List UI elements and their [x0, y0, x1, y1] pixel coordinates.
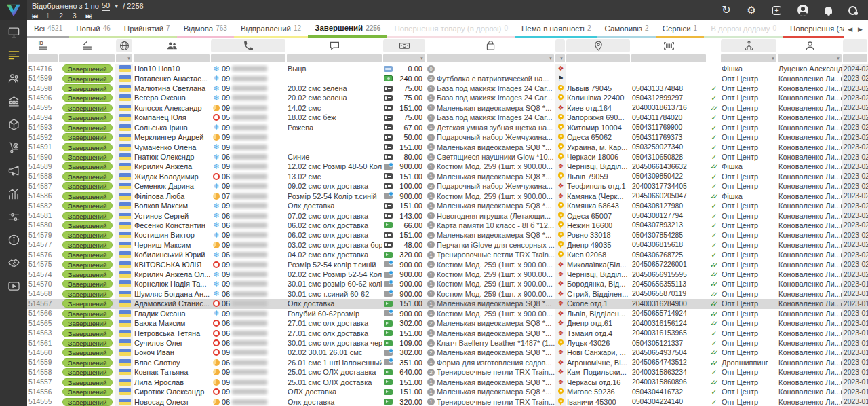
order-row[interactable]: 514590ЗавершенийГнатюк Олексндр❄06Синие8… [27, 152, 868, 162]
order-row[interactable]: 514593ЗавершенийСольська Ірина❄09Рожева6… [27, 123, 868, 132]
column-header-country[interactable] [115, 38, 133, 54]
column-header-status[interactable] [58, 38, 115, 54]
order-row[interactable]: 514589ЗавершенийКирилич Анжела❄0912.02 с… [27, 162, 868, 171]
order-row[interactable]: 514599ЗавершенийПотапенко Анастас...❄092… [27, 73, 868, 83]
column-header-comment[interactable] [286, 38, 382, 54]
order-row[interactable]: 514568ЗавершенийШумляс Богдана Ан...❄063… [27, 289, 868, 299]
sidebar-item-video[interactable] [0, 274, 27, 297]
filter-input[interactable] [28, 54, 58, 62]
order-row[interactable]: 514557ЗавершенийЛила Ярослав0925.01 смс … [27, 377, 868, 387]
column-header-tracking[interactable] [631, 38, 707, 54]
order-row[interactable]: 514580ЗавершенийФесенко Константин❄0606.… [27, 221, 868, 230]
sidebar-item-orders[interactable] [0, 43, 27, 67]
order-row[interactable]: 514598ЗавершенийМалютина Светлана❄0920.0… [27, 84, 868, 93]
last-page-icon[interactable]: ▶▶| [85, 12, 90, 20]
column-header-address[interactable] [566, 38, 631, 54]
order-row[interactable]: 514595ЗавершенийКолосок Александр0914.02… [27, 103, 868, 113]
order-row[interactable]: 514566ЗавершенийГладик Оксана❄09Голубий … [27, 309, 868, 318]
tab-8[interactable]: Нема в наявності2 [515, 20, 597, 38]
filter-input[interactable] [631, 54, 706, 62]
order-row[interactable]: 514555ЗавершенийНовосад Олеся06Олх доста… [27, 396, 868, 406]
order-row[interactable]: 514570ЗавершенийКорнелюк Надія Та...❄093… [27, 279, 868, 289]
order-row[interactable]: 514586ЗавершенийФіліпова Люба07Розмір 52… [27, 191, 868, 200]
per-page-select[interactable]: 50 [102, 1, 110, 11]
order-row[interactable]: 514575ЗавершенийКВІТОВСЬКА ЮЛІЯ09Розмір … [27, 259, 868, 269]
sidebar-item-settings[interactable] [0, 205, 27, 228]
bell-icon[interactable] [825, 7, 832, 14]
tab-scroll-left-icon[interactable]: ◀ [848, 26, 852, 33]
tab-4[interactable]: Відмова763 [177, 20, 234, 38]
order-row[interactable]: 514579ЗавершенийКостишин Виктор❄0906.02 … [27, 230, 868, 240]
column-header-id[interactable]: ID [27, 38, 58, 54]
order-row[interactable]: 514559ЗавершенийВлас Слотюу0626.01 смс 1… [27, 358, 868, 367]
order-row[interactable]: 514587ЗавершенийСеменюк Дарина❄0909.02 с… [27, 181, 868, 191]
page-3[interactable]: 3 [73, 12, 77, 20]
sidebar-item-dashboard[interactable] [0, 20, 27, 43]
order-row[interactable]: 514577ЗавершенийЧерниш Максим0903.02 смс… [27, 240, 868, 250]
order-row[interactable]: 514592ЗавершенийМерклингер Андрей0950.00… [27, 132, 868, 142]
sidebar-item-products[interactable] [0, 113, 27, 136]
filter-input[interactable]: ▼ [778, 54, 842, 62]
tab-10[interactable]: Сервіси1 [656, 20, 705, 38]
tab-9[interactable]: Самовивіз2 [597, 20, 655, 38]
sidebar-item-marketing[interactable] [0, 159, 27, 182]
chevron-down-icon[interactable]: ▼ [114, 2, 119, 11]
column-header-payment[interactable] [382, 38, 426, 54]
tab-6[interactable]: Завершений2256 [308, 20, 387, 38]
sidebar-item-info[interactable] [0, 228, 27, 251]
order-row[interactable]: 514582ЗавершенийВолков Максим❄09Олх дост… [27, 201, 868, 210]
order-row[interactable]: 514556ЗавершенийСиротюк Олександр09ОЛХ д… [27, 387, 868, 396]
filter-dropdown-icon[interactable]: ▼ [771, 56, 776, 60]
filter-input[interactable]: ▼ [721, 54, 776, 62]
sidebar-item-company[interactable] [0, 90, 27, 113]
filter-dropdown-icon[interactable]: ▼ [836, 56, 842, 60]
page-2[interactable]: 2 [59, 12, 63, 20]
user-avatar-icon[interactable] [797, 5, 808, 16]
order-row[interactable]: 514560ЗавершенийБокоч Иван0902.02 30.01 … [27, 348, 868, 357]
tab-5[interactable]: Відправлений12 [234, 20, 308, 38]
filter-input[interactable]: ▼ [555, 54, 565, 62]
tab-7[interactable]: Повернення товару (в дорозі)0 [387, 20, 515, 38]
support-icon[interactable] [848, 6, 857, 15]
sidebar-item-purchases[interactable] [0, 136, 27, 159]
order-row[interactable]: 514591ЗавершенийЧумаченко Олена❄09151.00… [27, 142, 868, 151]
filter-dropdown-icon[interactable]: ▼ [127, 56, 132, 60]
order-row[interactable]: 514574ЗавершенийКирилич Анжела Ол...❄090… [27, 270, 868, 279]
tab-3[interactable]: Прийнятий7 [117, 20, 177, 38]
filter-input[interactable] [843, 54, 867, 62]
filter-input[interactable] [566, 54, 630, 62]
column-header-funnel[interactable] [720, 38, 777, 54]
sidebar-item-statistics[interactable] [0, 182, 27, 205]
order-row[interactable]: 514561ЗавершенийСучилов Олег0630.01 смс … [27, 338, 868, 348]
tab-scroll-right-icon[interactable]: ▶ [858, 26, 863, 33]
column-header-product[interactable] [426, 38, 555, 54]
sidebar-item-clients[interactable] [0, 67, 27, 90]
tab-1[interactable]: Всі4521 [27, 20, 69, 38]
column-header-manager[interactable] [777, 38, 842, 54]
filter-input[interactable] [134, 54, 210, 62]
order-row[interactable]: 514594ЗавершенийКомпанец Юля0518.02 смс … [27, 113, 868, 122]
filter-dropdown-icon[interactable]: ▼ [549, 56, 554, 60]
app-logo-icon[interactable] [0, 0, 27, 20]
order-row[interactable]: 514563ЗавершенийПетровська Тетяна0627.01… [27, 328, 868, 337]
order-row[interactable]: 514558ЗавершенийКовпак Татьяна0925.01 см… [27, 367, 868, 377]
page-1[interactable]: 1 [46, 12, 50, 20]
gear-icon[interactable]: ⚙ [747, 4, 756, 16]
column-header-client[interactable] [133, 38, 210, 54]
order-row[interactable]: 514565ЗавершенийБаюка Максим0627.01 смс … [27, 318, 868, 328]
filter-dropdown-icon[interactable]: ▼ [420, 56, 425, 60]
refresh-icon[interactable]: ↻ [722, 5, 730, 16]
filter-dropdown-icon[interactable]: ▼ [559, 56, 565, 60]
filter-input[interactable]: ▼ [427, 54, 554, 62]
add-order-icon[interactable]: + [772, 6, 781, 15]
order-row[interactable]: 514716ЗавершенийНов10 Нов10❄09Выцв0.000❖… [27, 64, 868, 73]
filter-input[interactable] [211, 54, 285, 62]
column-header-phone[interactable] [210, 38, 286, 54]
filter-input[interactable]: ▼ [116, 54, 132, 62]
filter-input[interactable] [287, 54, 382, 62]
order-row[interactable]: 514567ЗавершенийАдамовский Станис...06Ол… [27, 299, 868, 308]
sidebar-item-partners[interactable] [0, 251, 27, 274]
order-row[interactable]: 514596ЗавершенийВегера Оксана❄0920.02 см… [27, 93, 868, 103]
tab-11[interactable]: В дорозі додому0 [704, 20, 783, 38]
first-page-icon[interactable]: |◀◀ [32, 12, 37, 20]
